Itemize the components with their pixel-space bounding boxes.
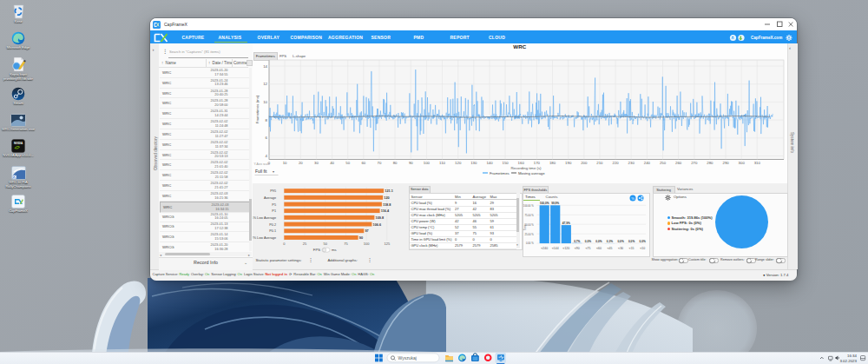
svg-text:<144: <144 (552, 246, 559, 249)
svg-text:Time: Time (523, 224, 526, 230)
svg-text:P1: P1 (272, 209, 276, 213)
svg-text:50: 50 (345, 161, 350, 165)
svg-text:P0.2: P0.2 (269, 223, 276, 227)
svg-text:0.2% Low Average: 0.2% Low Average (253, 236, 276, 240)
svg-text:FPS: FPS (313, 248, 320, 252)
svg-text:75: 75 (344, 242, 348, 246)
svg-text:Frametimes (ms): Frametimes (ms) (255, 95, 260, 123)
svg-text:P0.1: P0.1 (269, 229, 276, 233)
svg-text:99,9%: 99,9% (551, 202, 559, 205)
svg-text:<75: <75 (585, 246, 590, 249)
svg-text:50: 50 (323, 242, 327, 246)
svg-text:<45: <45 (607, 246, 612, 249)
svg-text:116.4: 116.4 (381, 209, 390, 213)
svg-text:97: 97 (365, 229, 369, 233)
svg-text:230: 230 (628, 161, 635, 165)
svg-text:60: 60 (361, 161, 365, 165)
svg-text:4: 4 (266, 154, 268, 158)
svg-text:<10: <10 (640, 246, 645, 249)
svg-text:150: 150 (503, 161, 510, 165)
svg-text:80: 80 (393, 161, 398, 165)
svg-text:200: 200 (581, 161, 588, 165)
svg-text:25.00 %: 25.00 % (524, 232, 534, 235)
svg-text:Full fit: Full fit (255, 169, 267, 174)
svg-text:P95: P95 (270, 189, 276, 193)
svg-text:8: 8 (266, 118, 268, 122)
svg-text:12: 12 (263, 82, 267, 86)
svg-text:118.8: 118.8 (383, 203, 391, 207)
svg-text:6: 6 (266, 136, 268, 140)
svg-text:Y-Axis scale: Y-Axis scale (254, 162, 270, 166)
svg-text:<60: <60 (596, 246, 602, 249)
svg-text:14: 14 (263, 64, 267, 69)
svg-text:0,0%: 0,0% (617, 239, 623, 242)
svg-text:220: 220 (613, 161, 620, 165)
svg-text:NVIDIA: NVIDIA (14, 142, 23, 145)
svg-text:0: 0 (283, 242, 286, 246)
svg-text:Average: Average (264, 196, 276, 200)
svg-text:250: 250 (660, 161, 667, 165)
svg-text:121.1: 121.1 (385, 189, 393, 193)
svg-text:170: 170 (534, 161, 541, 165)
svg-text:120: 120 (455, 161, 462, 165)
svg-text:0,0%: 0,0% (595, 239, 602, 242)
svg-text:Wyszukaj: Wyszukaj (398, 355, 417, 361)
svg-text:90: 90 (409, 161, 413, 165)
svg-text:100,0%: 100,0% (540, 202, 549, 205)
svg-text:Moving average: Moving average (518, 171, 545, 175)
svg-text:1% Low Average: 1% Low Average (253, 216, 276, 220)
svg-text:10: 10 (263, 100, 267, 104)
svg-text:90: 90 (359, 236, 363, 240)
svg-text:<15: <15 (628, 246, 634, 249)
svg-text:109.8: 109.8 (376, 216, 385, 220)
svg-text:CapFrameX.com: CapFrameX.com (751, 36, 782, 40)
svg-text:260: 260 (675, 161, 682, 165)
svg-text:310: 310 (754, 161, 761, 165)
svg-text:300: 300 (739, 161, 746, 165)
svg-text:130: 130 (470, 161, 477, 165)
svg-text:ms: ms (332, 248, 337, 252)
svg-text:0,0%: 0,0% (585, 239, 591, 242)
svg-text:<90: <90 (575, 246, 580, 249)
svg-text:0.00 %: 0.00 % (526, 242, 534, 245)
svg-text:270: 270 (691, 161, 698, 165)
svg-text:10: 10 (283, 161, 287, 165)
svg-text:47,9%: 47,9% (562, 221, 570, 224)
svg-text:0,0%: 0,0% (628, 239, 635, 242)
svg-text:100.00 %: 100.00 % (523, 203, 534, 207)
svg-text:75.00 %: 75.00 % (524, 213, 534, 216)
svg-text:106.6: 106.6 (373, 223, 382, 227)
svg-text:100: 100 (424, 161, 431, 165)
svg-text:Frametimes: Frametimes (490, 171, 510, 175)
svg-text:Recording time (s): Recording time (s) (510, 166, 542, 170)
svg-text:140: 140 (486, 161, 493, 165)
svg-text:3.02.2023: 3.02.2023 (839, 359, 857, 363)
svg-text:240: 240 (644, 161, 651, 165)
svg-text:100: 100 (364, 242, 370, 246)
svg-text:25: 25 (303, 242, 307, 246)
svg-text:180: 180 (549, 161, 556, 165)
svg-text:30: 30 (314, 161, 319, 165)
svg-text:▾: ▾ (273, 169, 274, 174)
svg-text:<30: <30 (618, 246, 623, 249)
svg-text:P5: P5 (272, 203, 276, 207)
svg-text:<240: <240 (541, 246, 548, 249)
svg-text:280: 280 (707, 161, 713, 165)
svg-text:210: 210 (596, 161, 603, 165)
svg-text:110: 110 (439, 161, 445, 165)
svg-text:125: 125 (384, 242, 390, 246)
svg-text:120: 120 (384, 196, 389, 200)
svg-text:190: 190 (565, 161, 572, 165)
svg-text:40: 40 (330, 161, 334, 165)
svg-text:16:34: 16:34 (847, 354, 858, 358)
svg-text:0,0%: 0,0% (639, 239, 645, 242)
svg-text:0,7%: 0,7% (574, 239, 580, 242)
svg-text:0,3%: 0,3% (607, 239, 613, 242)
svg-text:290: 290 (723, 161, 730, 165)
svg-text:<120: <120 (562, 246, 569, 249)
svg-text:160: 160 (518, 161, 525, 165)
svg-text:20: 20 (299, 161, 303, 165)
svg-text:70: 70 (378, 161, 382, 165)
